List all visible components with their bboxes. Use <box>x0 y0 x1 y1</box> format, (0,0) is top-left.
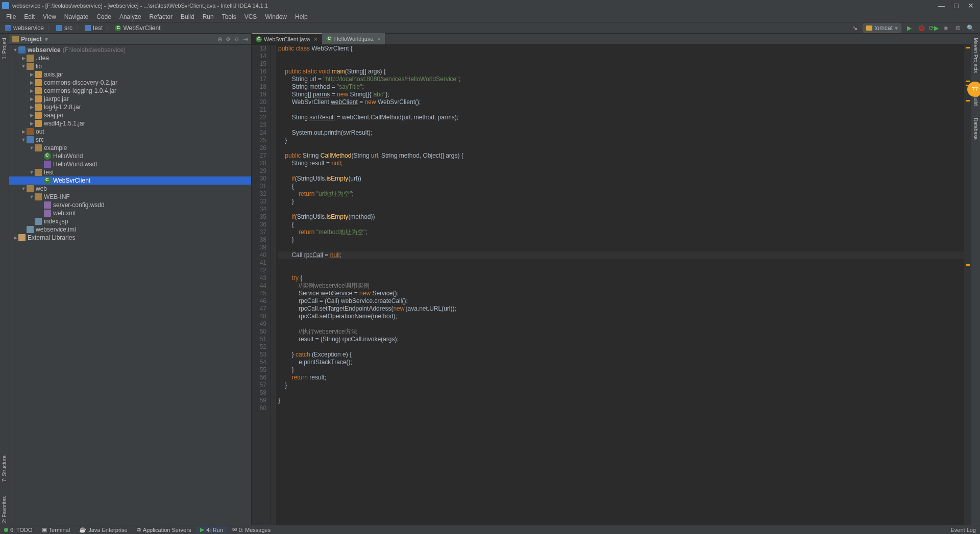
editor-tabs: WebSvrClient.java × HelloWorld.java × <box>252 34 971 45</box>
menu-view[interactable]: View <box>39 12 60 21</box>
tree-helloworld-wsdl[interactable]: HelloWorld.wsdl <box>9 160 251 168</box>
menu-window[interactable]: Window <box>261 12 291 21</box>
editor-tab-helloworld[interactable]: HelloWorld.java × <box>322 33 385 44</box>
tree-jar[interactable]: saaj.jar <box>9 111 251 119</box>
rerun-button[interactable]: ⟳▶ <box>929 23 938 33</box>
tree-web[interactable]: web <box>9 185 251 193</box>
menu-analyze[interactable]: Analyze <box>115 12 145 21</box>
project-panel-title: Project <box>21 36 42 43</box>
close-tab-icon[interactable]: × <box>314 36 317 42</box>
breadcrumb-test[interactable]: test <box>82 24 106 32</box>
left-tab-favorites[interactable]: 2: Favorites <box>1 494 8 525</box>
window-title: webservice - [F:\leolabs\webservice] - [… <box>12 3 938 9</box>
main-area: 1: Project 7: Structure 2: Favorites Pro… <box>0 34 980 525</box>
breadcrumb-root[interactable]: webservice <box>2 24 47 32</box>
status-tab-appservers[interactable]: ⧉Application Servers <box>133 526 195 533</box>
menu-refactor[interactable]: Refactor <box>145 12 177 21</box>
tree-example[interactable]: example <box>9 144 251 152</box>
tomcat-icon <box>866 26 872 31</box>
menu-code[interactable]: Code <box>92 12 115 21</box>
menu-vcs[interactable]: VCS <box>240 12 261 21</box>
titlebar: webservice - [F:\leolabs\webservice] - [… <box>0 0 980 11</box>
project-tree[interactable]: webservice(F:\leolabs\webservice) .idea … <box>9 45 251 525</box>
menu-help[interactable]: Help <box>291 12 312 21</box>
tree-iml[interactable]: webservice.iml <box>9 225 251 234</box>
breadcrumb-file[interactable]: WebSvrClient <box>112 24 163 32</box>
menu-run[interactable]: Run <box>199 12 218 21</box>
tree-webinf[interactable]: WEB-INF <box>9 193 251 201</box>
menu-navigate[interactable]: Navigate <box>60 12 92 21</box>
project-tool-window: Project ▾ ⊕ ✥ ⛭ ⇥ webservice(F:\leolabs\… <box>9 34 252 525</box>
collapse-all-button[interactable]: ⊕ <box>217 36 223 43</box>
settings-button[interactable]: ⛭ <box>953 23 963 33</box>
tree-module-root[interactable]: webservice(F:\leolabs\webservice) <box>9 46 251 54</box>
panel-settings-button[interactable]: ⛭ <box>234 36 240 43</box>
tree-jar[interactable]: commons-discovery-0.2.jar <box>9 79 251 87</box>
breadcrumb-src[interactable]: src <box>53 24 76 32</box>
tree-websvrclient[interactable]: WebSvrClient <box>9 176 251 185</box>
app-logo-icon <box>2 2 9 9</box>
make-button[interactable]: ↘ <box>850 23 860 33</box>
project-view-combo[interactable]: ▾ <box>45 36 48 43</box>
tree-lib[interactable]: lib <box>9 62 251 70</box>
left-tab-project[interactable]: 1: Project <box>1 36 8 61</box>
status-tab-javaee[interactable]: ☕Java Enterprise <box>75 526 131 533</box>
left-tab-structure[interactable]: 7: Structure <box>1 453 8 484</box>
minimize-button[interactable]: — <box>938 2 945 10</box>
close-tab-icon[interactable]: × <box>378 36 381 42</box>
menu-build[interactable]: Build <box>177 12 199 21</box>
tree-jar[interactable]: log4j-1.2.8.jar <box>9 103 251 111</box>
menu-file[interactable]: File <box>2 12 20 21</box>
tree-server-config[interactable]: server-config.wsdd <box>9 201 251 209</box>
stop-button[interactable]: ■ <box>941 23 950 33</box>
right-tool-stripe: Maven Projects Ant Build Database <box>971 34 980 525</box>
maximize-button[interactable]: □ <box>954 2 959 10</box>
notification-badge[interactable]: 77 <box>967 82 980 97</box>
status-tab-terminal[interactable]: ▣Terminal <box>38 526 75 533</box>
run-configuration-combo[interactable]: tomcat ▾ <box>863 23 901 33</box>
editor-tab-websvrclient[interactable]: WebSvrClient.java × <box>252 33 322 44</box>
line-number-gutter: 1314151617181920212223242526272829303132… <box>252 45 271 525</box>
java-class-icon <box>256 36 262 42</box>
scroll-from-source-button[interactable]: ✥ <box>226 36 231 43</box>
tree-external-libs[interactable]: External Libraries <box>9 234 251 242</box>
menu-edit[interactable]: Edit <box>20 12 39 21</box>
project-panel-header: Project ▾ ⊕ ✥ ⛭ ⇥ <box>9 34 251 45</box>
window-controls: — □ ✕ <box>938 2 974 10</box>
tree-test[interactable]: test <box>9 168 251 176</box>
status-tab-todo[interactable]: 6: TODO <box>0 526 37 533</box>
tree-src[interactable]: src <box>9 136 251 144</box>
status-tab-messages[interactable]: ✉0: Messages <box>228 526 275 533</box>
right-tab-maven[interactable]: Maven Projects <box>972 36 979 75</box>
event-log-button[interactable]: Event Log <box>950 527 976 533</box>
code-area[interactable]: public class WebSvrClient { public stati… <box>276 45 964 525</box>
navigation-bar: webservice 〉 src 〉 test 〉 WebSvrClient ↘… <box>0 22 980 34</box>
tree-idea[interactable]: .idea <box>9 54 251 62</box>
status-bar: 6: TODO ▣Terminal ☕Java Enterprise ⧉Appl… <box>0 525 980 534</box>
run-button[interactable]: ▶ <box>904 23 914 33</box>
search-everywhere-button[interactable]: 🔍 <box>966 23 975 33</box>
tree-webxml[interactable]: web.xml <box>9 209 251 217</box>
close-button[interactable]: ✕ <box>968 2 974 10</box>
tree-jar[interactable]: wsdl4j-1.5.1.jar <box>9 119 251 128</box>
tree-out[interactable]: out <box>9 128 251 136</box>
menubar: File Edit View Navigate Code Analyze Ref… <box>0 11 980 22</box>
status-tab-run[interactable]: ▶4: Run <box>196 526 227 533</box>
editor-body[interactable]: 1314151617181920212223242526272829303132… <box>252 45 971 525</box>
tree-jar[interactable]: commons-logging-1.0.4.jar <box>9 87 251 95</box>
fold-gutter[interactable] <box>271 45 276 525</box>
menu-tools[interactable]: Tools <box>218 12 240 21</box>
tree-indexjsp[interactable]: index.jsp <box>9 217 251 225</box>
tree-jar[interactable]: jaxrpc.jar <box>9 95 251 103</box>
left-tool-stripe: 1: Project 7: Structure 2: Favorites <box>0 34 9 525</box>
debug-button[interactable]: 🐞 <box>917 23 926 33</box>
error-stripe[interactable] <box>964 45 971 525</box>
hide-panel-button[interactable]: ⇥ <box>243 36 248 43</box>
java-class-icon <box>326 36 332 42</box>
tree-jar[interactable]: axis.jar <box>9 70 251 79</box>
tree-helloworld[interactable]: HelloWorld <box>9 152 251 160</box>
right-tab-database[interactable]: Database <box>972 116 979 142</box>
editor-area: WebSvrClient.java × HelloWorld.java × 13… <box>252 34 971 525</box>
